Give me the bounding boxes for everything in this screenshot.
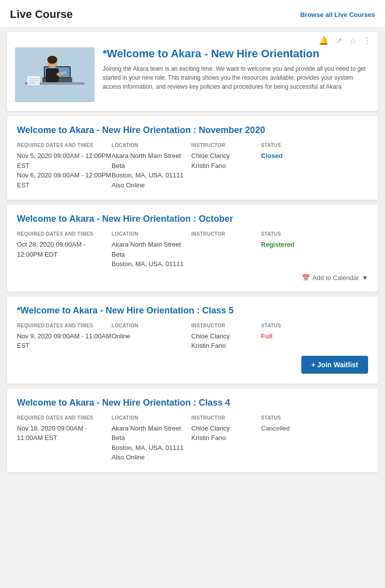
- hero-title: *Welcome to Akara - New Hire Orientation: [103, 47, 370, 60]
- join-waitlist-button[interactable]: + Join Waitlist: [301, 356, 368, 374]
- dates-header: REQUIRED DATES AND TIMES: [17, 231, 112, 237]
- location-col: LOCATION Akara North Main Street BetaBos…: [112, 143, 191, 190]
- instructor-header: INSTRUCTOR: [191, 143, 261, 148]
- status-badge: Closed: [261, 151, 321, 161]
- status-header: STATUS: [261, 323, 321, 328]
- session-grid: REQUIRED DATES AND TIMES Nov 9, 2020 09:…: [17, 323, 368, 351]
- session-footer: 📅 Add to Calendar ▼: [17, 274, 368, 282]
- dates-header: REQUIRED DATES AND TIMES: [17, 323, 112, 328]
- location-header: LOCATION: [112, 143, 191, 148]
- session-card-3: Welcome to Akara - New Hire Orientation …: [7, 389, 378, 472]
- dates-value: Nov 9, 2020 09:00AM - 11:00AM EST: [17, 331, 112, 351]
- instructor-header: INSTRUCTOR: [191, 415, 261, 421]
- share-icon[interactable]: ↗: [336, 36, 342, 45]
- status-badge: Cancelled: [261, 424, 321, 434]
- calendar-icon: 📅: [302, 274, 310, 282]
- dates-col: REQUIRED DATES AND TIMES Nov 9, 2020 09:…: [17, 323, 112, 351]
- session-grid: REQUIRED DATES AND TIMES Nov 5, 2020 09:…: [17, 143, 368, 190]
- hero-actions: 🔔 ↗ ☆ ⋮: [7, 32, 378, 47]
- instructor-col: INSTRUCTOR Chloe ClancyKristin Fano: [191, 143, 261, 190]
- svg-point-7: [47, 56, 57, 64]
- page-header: Live Course Browse all Live Courses: [0, 0, 385, 27]
- bell-icon[interactable]: 🔔: [319, 36, 329, 45]
- page-title: Live Course: [10, 8, 73, 21]
- session-footer: + Join Waitlist: [17, 356, 368, 374]
- location-header: LOCATION: [112, 323, 191, 328]
- hero-card: 🔔 ↗ ☆ ⋮: [7, 32, 378, 111]
- dates-col: REQUIRED DATES AND TIMES Oct 28, 2020 09…: [17, 231, 112, 269]
- hero-text-content: *Welcome to Akara - New Hire Orientation…: [103, 47, 370, 102]
- star-icon[interactable]: ☆: [349, 36, 356, 45]
- session-title: Welcome to Akara - New Hire Orientation …: [17, 214, 368, 224]
- dates-value: Nov 18, 2020 09:00AM - 11:00AM EST: [17, 424, 112, 443]
- location-header: LOCATION: [112, 415, 191, 421]
- session-card-2: *Welcome to Akara - New Hire Orientation…: [7, 296, 378, 384]
- svg-rect-6: [46, 68, 59, 82]
- add-calendar-label: Add to Calendar: [312, 274, 359, 282]
- location-value: Akara North Main Street BetaBoston, MA, …: [112, 151, 191, 190]
- status-col: STATUS Closed: [261, 143, 321, 190]
- more-icon[interactable]: ⋮: [363, 36, 371, 45]
- status-header: STATUS: [261, 143, 321, 148]
- hero-image: [15, 47, 95, 102]
- location-col: LOCATION Akara North Main Street BetaBos…: [112, 231, 191, 269]
- chevron-down-icon: ▼: [362, 274, 368, 282]
- location-value: Akara North Main Street BetaBoston, MA, …: [112, 424, 191, 462]
- also-online-label: Also Online: [112, 453, 144, 461]
- session-grid: REQUIRED DATES AND TIMES Oct 28, 2020 09…: [17, 231, 368, 269]
- session-card-0: Welcome to Akara - New Hire Orientation …: [7, 116, 378, 200]
- instructor-header: INSTRUCTOR: [191, 231, 261, 237]
- location-value: Akara North Main Street BetaBoston, MA, …: [112, 240, 191, 269]
- status-badge: Full: [261, 331, 321, 341]
- location-value: Online: [112, 331, 191, 341]
- add-to-calendar-button[interactable]: 📅 Add to Calendar ▼: [302, 274, 368, 282]
- dates-value: Oct 28, 2020 09:00AM - 12:00PM EDT: [17, 240, 112, 259]
- session-grid: REQUIRED DATES AND TIMES Nov 18, 2020 09…: [17, 415, 368, 462]
- session-title: Welcome to Akara - New Hire Orientation …: [17, 125, 368, 136]
- location-col: LOCATION Online: [112, 323, 191, 351]
- status-col: STATUS Full: [261, 323, 321, 351]
- dates-value: Nov 5, 2020 09:00AM - 12:00PM ESTNov 6, …: [17, 151, 112, 190]
- status-header: STATUS: [261, 231, 321, 237]
- status-header: STATUS: [261, 415, 321, 421]
- session-card-1: Welcome to Akara - New Hire Orientation …: [7, 205, 378, 292]
- location-header: LOCATION: [112, 231, 191, 237]
- instructor-value: Chloe ClancyKristin Fano: [191, 151, 261, 170]
- status-col: STATUS Registered: [261, 231, 321, 269]
- instructor-value: Chloe ClancyKristin Fano: [191, 331, 261, 351]
- instructor-col: INSTRUCTOR: [191, 231, 261, 269]
- instructor-col: INSTRUCTOR Chloe ClancyKristin Fano: [191, 415, 261, 462]
- location-col: LOCATION Akara North Main Street BetaBos…: [112, 415, 191, 462]
- status-col: STATUS Cancelled: [261, 415, 321, 462]
- session-title: Welcome to Akara - New Hire Orientation …: [17, 398, 368, 408]
- sessions-container: Welcome to Akara - New Hire Orientation …: [0, 116, 385, 472]
- session-title: *Welcome to Akara - New Hire Orientation…: [17, 305, 368, 316]
- dates-header: REQUIRED DATES AND TIMES: [17, 415, 112, 421]
- dates-header: REQUIRED DATES AND TIMES: [17, 143, 112, 148]
- status-badge: Registered: [261, 240, 321, 250]
- dates-col: REQUIRED DATES AND TIMES Nov 5, 2020 09:…: [17, 143, 112, 190]
- instructor-col: INSTRUCTOR Chloe ClancyKristin Fano: [191, 323, 261, 351]
- hero-body: *Welcome to Akara - New Hire Orientation…: [7, 47, 378, 111]
- instructor-value: Chloe ClancyKristin Fano: [191, 424, 261, 443]
- hero-description: Joining the Akara team is an exciting ti…: [103, 64, 370, 91]
- instructor-header: INSTRUCTOR: [191, 323, 261, 328]
- browse-all-link[interactable]: Browse all Live Courses: [300, 11, 375, 18]
- also-online-label: Also Online: [112, 181, 144, 189]
- dates-col: REQUIRED DATES AND TIMES Nov 18, 2020 09…: [17, 415, 112, 462]
